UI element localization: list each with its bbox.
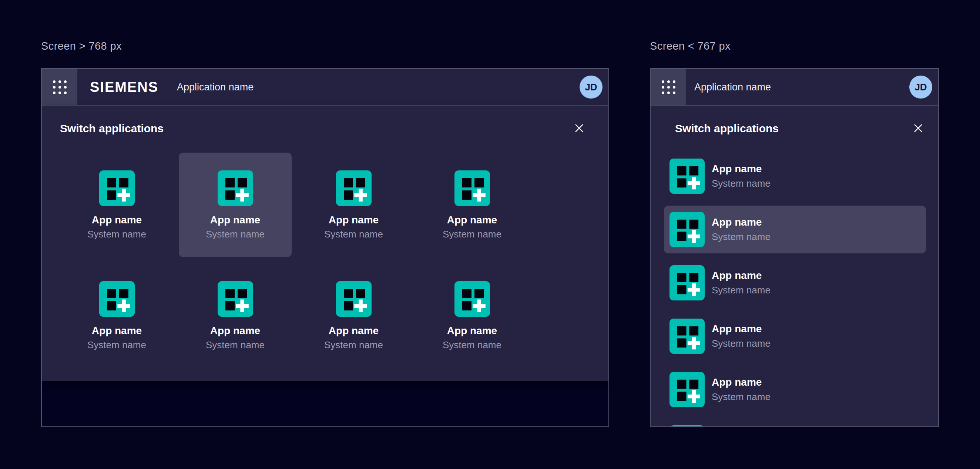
app-list-item[interactable]: App name System name	[664, 206, 926, 254]
app-list-item[interactable]: App name System name	[664, 312, 926, 360]
close-icon	[573, 122, 585, 134]
app-list-item[interactable]: App name System name	[664, 152, 926, 200]
close-icon	[912, 122, 924, 134]
app-tile[interactable]: App name System name	[179, 263, 292, 368]
app-icon	[99, 281, 135, 317]
system-name: System name	[712, 178, 770, 189]
app-list-item-text: App name System name	[712, 270, 770, 296]
app-name: App name	[92, 214, 142, 226]
app-name: App name	[712, 163, 770, 175]
app-name: App name	[447, 214, 497, 226]
app-icon	[670, 319, 705, 354]
app-icon	[218, 281, 253, 317]
application-title: Application name	[694, 81, 771, 93]
system-name: System name	[324, 229, 383, 240]
system-name: System name	[88, 340, 146, 351]
app-icon	[670, 159, 705, 194]
user-avatar[interactable]: JD	[909, 76, 932, 99]
system-name: System name	[712, 392, 770, 403]
user-avatar[interactable]: JD	[579, 76, 603, 99]
app-launcher-icon	[662, 80, 675, 94]
siemens-logo: SIEMENS	[90, 79, 158, 95]
dialog-title: Switch applications	[60, 122, 164, 135]
app-tile[interactable]: App name System name	[415, 153, 528, 257]
app-name: App name	[712, 216, 770, 228]
switch-applications-dialog: Switch applications	[42, 106, 608, 381]
breakpoint-label-desktop: Screen > 768 px	[41, 40, 122, 52]
avatar-initials: JD	[585, 81, 597, 93]
app-name: App name	[712, 323, 770, 335]
application-title: Application name	[177, 81, 253, 93]
app-list-item[interactable]: App name System name	[664, 259, 926, 307]
app-name: App name	[210, 325, 260, 337]
app-name: App name	[329, 325, 379, 337]
app-icon	[670, 265, 705, 300]
app-icon	[336, 281, 372, 317]
app-list-item-text: App name System name	[712, 163, 770, 189]
switch-applications-dialog: Switch applications	[651, 106, 938, 426]
app-name: App name	[447, 325, 497, 337]
close-button[interactable]	[573, 122, 585, 134]
app-launcher-button[interactable]	[42, 69, 77, 105]
app-tile[interactable]: App name System name	[297, 153, 410, 257]
app-icon	[336, 171, 372, 206]
app-icon	[670, 425, 705, 426]
app-icon	[99, 171, 135, 206]
app-window-mobile: Application name JD Switch applications	[650, 68, 939, 427]
app-tile[interactable]: App name System name	[60, 153, 173, 257]
app-list-item-text: App name System name	[712, 216, 770, 242]
app-name: App name	[210, 214, 260, 226]
app-icon	[218, 171, 253, 206]
design-canvas: Screen > 768 px SIEMENS Application name…	[0, 0, 980, 469]
app-icon	[670, 372, 705, 407]
app-launcher-icon	[53, 80, 67, 94]
system-name: System name	[712, 285, 770, 296]
system-name: System name	[712, 338, 770, 349]
system-name: System name	[206, 340, 265, 351]
system-name: System name	[712, 231, 770, 242]
app-list-item[interactable]: App name System name	[664, 419, 926, 426]
app-name: App name	[329, 214, 379, 226]
app-tile-grid: App name System name	[60, 153, 528, 368]
dialog-title: Switch applications	[675, 122, 779, 135]
app-tile[interactable]: App name System name	[179, 153, 292, 257]
app-icon	[455, 171, 490, 206]
app-window-desktop: SIEMENS Application name JD Switch appli…	[41, 68, 609, 427]
app-tile[interactable]: App name System name	[60, 263, 173, 368]
app-tile[interactable]: App name System name	[297, 263, 410, 368]
system-name: System name	[88, 229, 146, 240]
app-list: App name System name	[664, 152, 926, 426]
avatar-initials: JD	[915, 81, 927, 93]
system-name: System name	[324, 340, 383, 351]
app-tile[interactable]: App name System name	[415, 263, 528, 368]
app-list-item-text: App name System name	[712, 323, 770, 349]
app-name: App name	[712, 270, 770, 282]
app-header-desktop: SIEMENS Application name JD	[42, 69, 608, 106]
app-icon	[670, 212, 705, 247]
close-button[interactable]	[912, 122, 924, 134]
app-name: App name	[712, 376, 770, 388]
system-name: System name	[442, 229, 501, 240]
system-name: System name	[442, 340, 501, 351]
system-name: System name	[206, 229, 265, 240]
app-launcher-button[interactable]	[651, 69, 686, 105]
app-header-mobile: Application name JD	[651, 69, 938, 106]
app-list-item-text: App name System name	[712, 376, 770, 403]
app-name: App name	[92, 325, 142, 337]
app-icon	[455, 281, 490, 317]
app-list-item[interactable]: App name System name	[664, 365, 926, 413]
breakpoint-label-mobile: Screen < 767 px	[650, 40, 730, 52]
